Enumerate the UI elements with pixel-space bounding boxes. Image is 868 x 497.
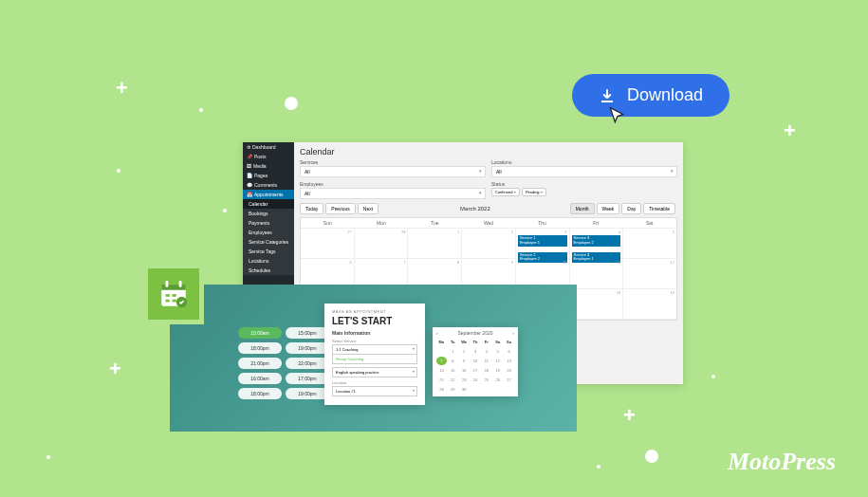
time-slot[interactable]: 16:00am — [238, 373, 282, 384]
submenu-employees[interactable]: Employees — [243, 228, 294, 237]
mini-cal-day[interactable]: 9 — [459, 357, 470, 365]
filter-status[interactable]: Confirmed ×Pending × — [491, 188, 677, 196]
mini-cal-day — [471, 385, 481, 394]
svg-rect-7 — [173, 300, 176, 303]
status-tag[interactable]: Pending × — [522, 188, 546, 196]
time-slot[interactable]: 19:00pm — [286, 342, 329, 354]
mini-cal-day[interactable]: 14 — [436, 366, 447, 375]
day-header: Fri — [569, 218, 623, 228]
sidebar-item-pages[interactable]: 📄Pages — [243, 171, 294, 180]
mini-cal-day[interactable]: 23 — [459, 376, 470, 384]
deco-dot — [711, 375, 715, 378]
view-month[interactable]: Month — [570, 203, 595, 214]
mini-cal-day[interactable]: 19 — [492, 366, 503, 375]
service-option[interactable]: Group Coaching — [332, 355, 417, 364]
download-label: Download — [627, 85, 703, 105]
prev-button[interactable]: Previous — [325, 203, 355, 214]
time-slot[interactable]: 18:00pm — [238, 388, 282, 399]
sidebar-item-posts[interactable]: 📌Posts — [243, 152, 294, 161]
calendar-cell[interactable]: 18 — [570, 289, 624, 319]
submenu-calendar[interactable]: Calendar — [243, 199, 294, 209]
lang-select[interactable]: English speaking practice — [332, 367, 417, 377]
mini-cal-day[interactable]: 24 — [471, 376, 481, 384]
time-slot[interactable]: 17:00pm — [286, 373, 329, 384]
mini-cal-day[interactable]: 13 — [504, 357, 514, 365]
time-slot[interactable]: 18:00pm — [238, 342, 282, 354]
chevron-right-icon[interactable]: › — [512, 330, 514, 336]
mini-cal-day[interactable]: 3 — [471, 347, 481, 356]
time-slot[interactable]: 10:00am — [238, 327, 282, 339]
calendar-cell[interactable]: 19 — [623, 289, 676, 319]
submenu-locations[interactable]: Locations — [243, 256, 294, 266]
mini-cal-day[interactable]: 25 — [481, 376, 491, 384]
mini-cal-day[interactable]: 30 — [459, 385, 470, 394]
today-button[interactable]: Today — [300, 203, 323, 214]
filter-employees[interactable]: All — [300, 188, 486, 199]
day-header: Tue — [408, 218, 462, 228]
time-slot[interactable]: 21:00pm — [238, 358, 282, 369]
view-timetable[interactable]: Timetable — [643, 203, 675, 214]
mini-cal-day[interactable]: 15 — [448, 366, 458, 375]
mini-cal-day[interactable]: 10 — [471, 357, 481, 365]
mini-cal-day[interactable]: 11 — [481, 357, 491, 365]
service-select[interactable]: 1:1 Coaching — [332, 344, 417, 355]
mini-cal-day[interactable]: 8 — [448, 357, 458, 365]
filter-label-services: Services — [300, 159, 486, 165]
day-header: Mon — [355, 218, 409, 228]
submenu-bookings[interactable]: Bookings — [243, 209, 294, 218]
sidebar-item-dashboard[interactable]: ⚙Dashboard — [243, 142, 294, 152]
mini-cal-day[interactable]: 6 — [504, 347, 514, 356]
mini-cal-day[interactable]: 5 — [492, 347, 503, 356]
mini-cal-day[interactable]: 21 — [436, 376, 447, 384]
mini-cal-day[interactable]: 7 — [436, 357, 447, 365]
status-tag[interactable]: Confirmed × — [491, 188, 520, 196]
mini-cal-day[interactable]: 4 — [481, 347, 491, 356]
next-button[interactable]: Next — [358, 203, 379, 214]
calendar-cell[interactable]: 3Service 1Employee 1Service 2Employee 2 — [516, 229, 570, 258]
submenu-payments[interactable]: Payments — [243, 218, 294, 228]
calendar-cell[interactable]: 11 — [570, 259, 624, 288]
sidebar-item-media[interactable]: 🖼Media — [243, 161, 294, 171]
submenu-schedules[interactable]: Schedules — [243, 266, 294, 275]
calendar-cell[interactable]: 2 — [462, 229, 516, 258]
mini-cal-day[interactable]: 27 — [504, 376, 514, 384]
time-slot[interactable]: 22:00pm — [286, 358, 329, 369]
download-button[interactable]: Download — [572, 74, 729, 117]
calendar-cell[interactable]: 1 — [408, 229, 462, 258]
time-slot[interactable]: 15:00pm — [286, 327, 329, 339]
mini-cal-day[interactable]: 16 — [459, 366, 470, 375]
calendar-cell[interactable]: 12 — [623, 259, 676, 288]
mini-cal-day — [436, 347, 447, 356]
mini-cal-day[interactable]: 1 — [448, 347, 458, 356]
calendar-cell[interactable]: 27 — [301, 229, 355, 258]
filter-locations[interactable]: All — [491, 166, 677, 177]
filter-services[interactable]: All — [300, 166, 486, 177]
sidebar-item-appointments[interactable]: 📅Appointments — [243, 190, 294, 199]
submenu-service-categories[interactable]: Service Categories — [243, 237, 294, 247]
mini-cal-day[interactable]: 17 — [471, 366, 481, 375]
chevron-left-icon[interactable]: ‹ — [436, 330, 438, 336]
form-overline: MAKE AN APPOINTMENT — [332, 309, 417, 314]
submenu-service-tags[interactable]: Service Tags — [243, 247, 294, 256]
mini-day-header: Tu — [448, 338, 458, 346]
view-day[interactable]: Day — [621, 203, 641, 214]
calendar-cell[interactable]: 5 — [623, 229, 676, 258]
calendar-cell[interactable]: 4Service 3Employee 2Service 3Employee 1 — [570, 229, 624, 258]
mini-cal-day[interactable]: 26 — [492, 376, 503, 384]
mini-cal-day[interactable]: 22 — [448, 376, 458, 384]
calendar-cell[interactable]: 28 — [355, 229, 409, 258]
mini-cal-day — [481, 385, 491, 394]
sidebar-item-comments[interactable]: 💬Comments — [243, 180, 294, 190]
deco-dot — [223, 209, 227, 212]
mini-cal-day[interactable]: 20 — [504, 366, 514, 375]
day-header: Thu — [515, 218, 569, 228]
mini-cal-day[interactable]: 29 — [448, 385, 458, 394]
location-select[interactable]: Location #1 — [332, 386, 417, 396]
svg-rect-2 — [166, 281, 169, 287]
mini-cal-day[interactable]: 12 — [492, 357, 503, 365]
mini-cal-day[interactable]: 2 — [459, 347, 470, 356]
time-slot[interactable]: 19:00pm — [286, 388, 329, 399]
view-week[interactable]: Week — [597, 203, 620, 214]
mini-cal-day[interactable]: 18 — [481, 366, 491, 375]
mini-cal-day[interactable]: 28 — [436, 385, 447, 394]
